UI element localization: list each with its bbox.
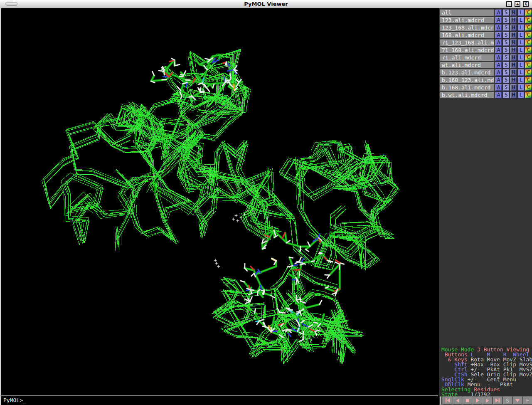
object-a-button[interactable]: A xyxy=(495,24,502,31)
object-l-button[interactable]: L xyxy=(517,17,525,24)
object-a-button[interactable]: A xyxy=(495,84,502,91)
object-h-button[interactable]: H xyxy=(510,32,517,39)
object-name[interactable]: b.123.ali.mdcrd xyxy=(440,69,495,76)
object-c-button[interactable]: C xyxy=(525,69,532,76)
object-h-button[interactable]: H xyxy=(510,39,517,46)
object-s-button[interactable]: S xyxy=(502,84,510,91)
object-l-button[interactable]: L xyxy=(517,9,525,16)
object-s-button[interactable]: S xyxy=(502,69,510,76)
object-s-button[interactable]: S xyxy=(502,91,510,99)
minimize-icon[interactable]: − xyxy=(506,1,512,7)
object-l-button[interactable]: L xyxy=(517,84,525,91)
step-forward-icon[interactable] xyxy=(483,397,492,405)
object-a-button[interactable]: A xyxy=(495,47,502,54)
object-s-button[interactable]: S xyxy=(502,62,510,69)
object-h-button[interactable]: H xyxy=(510,77,517,84)
object-c-button[interactable]: C xyxy=(525,77,532,84)
3d-viewport[interactable] xyxy=(1,8,438,395)
object-s-button[interactable]: S xyxy=(502,32,510,39)
protein-wireframe xyxy=(42,49,400,364)
step-back-icon[interactable] xyxy=(453,397,462,405)
object-h-button[interactable]: H xyxy=(510,91,517,99)
object-l-button[interactable]: L xyxy=(517,91,525,99)
object-row: 71_168.ali.mdcrdASHLC xyxy=(440,47,532,54)
object-a-button[interactable]: A xyxy=(495,9,502,16)
object-row: wt.ali.mdcrdASHLC xyxy=(440,62,532,69)
object-c-button[interactable]: C xyxy=(525,24,532,31)
object-a-button[interactable]: A xyxy=(495,69,502,76)
vcr-f-button[interactable]: F xyxy=(523,397,532,405)
object-name[interactable]: 123_168.ali.mdcr xyxy=(440,24,495,31)
object-name[interactable]: b.wt.ali.mdcrd xyxy=(440,91,495,99)
object-c-button[interactable]: C xyxy=(525,62,532,69)
object-a-button[interactable]: A xyxy=(495,77,502,84)
object-l-button[interactable]: L xyxy=(517,77,525,84)
object-a-button[interactable]: A xyxy=(495,17,502,24)
object-s-button[interactable]: S xyxy=(502,24,510,31)
title-bar[interactable]: PyMOL Viewer − + X xyxy=(0,0,532,8)
object-h-button[interactable]: H xyxy=(510,84,517,91)
command-prompt: PyMOL> xyxy=(3,397,23,403)
object-c-button[interactable]: C xyxy=(525,39,532,46)
object-l-button[interactable]: L xyxy=(517,47,525,54)
pymol-window: PyMOL Viewer − + X PyMOL>_ allASHLC123.a… xyxy=(0,0,532,405)
object-h-button[interactable]: H xyxy=(510,24,517,31)
object-list: allASHLC123.ali.mdcrdASHLC123_168.ali.md… xyxy=(440,9,532,99)
object-h-button[interactable]: H xyxy=(510,54,517,61)
vcr-grip[interactable] xyxy=(440,397,442,405)
object-c-button[interactable]: C xyxy=(525,91,532,99)
object-name[interactable]: wt.ali.mdcrd xyxy=(440,62,495,69)
object-row: b.123.ali.mdcrdASHLC xyxy=(440,69,532,76)
object-row: 123_168.ali.mdcrASHLC xyxy=(440,24,532,31)
object-row: 71.ali.mdcrdASHLC xyxy=(440,54,532,61)
object-h-button[interactable]: H xyxy=(510,69,517,76)
object-h-button[interactable]: H xyxy=(510,17,517,24)
object-s-button[interactable]: S xyxy=(502,54,510,61)
vcr-s-button[interactable]: S xyxy=(503,397,512,405)
control-sidebar: allASHLC123.ali.mdcrdASHLC123_168.ali.md… xyxy=(438,8,532,405)
object-s-button[interactable]: S xyxy=(502,47,510,54)
object-a-button[interactable]: A xyxy=(495,39,502,46)
object-l-button[interactable]: L xyxy=(517,24,525,31)
object-name[interactable]: 168.ali.mdcrd xyxy=(440,32,495,39)
object-c-button[interactable]: C xyxy=(525,54,532,61)
object-c-button[interactable]: C xyxy=(525,84,532,91)
object-name[interactable]: b.168.ali.mdcrd xyxy=(440,84,495,91)
object-s-button[interactable]: S xyxy=(502,9,510,16)
object-c-button[interactable]: C xyxy=(525,47,532,54)
object-c-button[interactable]: C xyxy=(525,9,532,16)
mouse-mode-panel: Mouse Mode 3-Button Viewing Buttons L M … xyxy=(440,346,532,396)
object-s-button[interactable]: S xyxy=(502,77,510,84)
skip-start-icon[interactable] xyxy=(443,397,452,405)
object-name[interactable]: 71.ali.mdcrd xyxy=(440,54,495,61)
object-c-button[interactable]: C xyxy=(525,17,532,24)
object-name[interactable]: 123.ali.mdcrd xyxy=(440,17,495,24)
maximize-icon[interactable]: + xyxy=(515,1,520,7)
object-c-button[interactable]: C xyxy=(525,32,532,39)
object-l-button[interactable]: L xyxy=(517,54,525,61)
object-s-button[interactable]: S xyxy=(502,39,510,46)
object-a-button[interactable]: A xyxy=(495,62,502,69)
arrow-down-icon[interactable] xyxy=(513,397,522,405)
play-icon[interactable] xyxy=(473,397,482,405)
object-name[interactable]: all xyxy=(440,9,495,16)
object-l-button[interactable]: L xyxy=(517,32,525,39)
object-a-button[interactable]: A xyxy=(495,54,502,61)
command-line-input[interactable]: PyMOL>_ xyxy=(1,396,438,405)
object-h-button[interactable]: H xyxy=(510,47,517,54)
object-l-button[interactable]: L xyxy=(517,69,525,76)
object-name[interactable]: 71_123_168.ali.m xyxy=(440,39,495,46)
object-h-button[interactable]: H xyxy=(510,62,517,69)
object-h-button[interactable]: H xyxy=(510,9,517,16)
object-a-button[interactable]: A xyxy=(495,91,502,99)
object-s-button[interactable]: S xyxy=(502,17,510,24)
close-icon[interactable]: X xyxy=(523,1,529,7)
object-name[interactable]: b.168_123.ali.md xyxy=(440,77,495,84)
stop-icon[interactable] xyxy=(463,397,472,405)
skip-end-icon[interactable] xyxy=(493,397,502,405)
command-cursor: _ xyxy=(23,397,26,403)
object-a-button[interactable]: A xyxy=(495,32,502,39)
object-name[interactable]: 71_168.ali.mdcrd xyxy=(440,47,495,54)
object-l-button[interactable]: L xyxy=(517,39,525,46)
object-l-button[interactable]: L xyxy=(517,62,525,69)
